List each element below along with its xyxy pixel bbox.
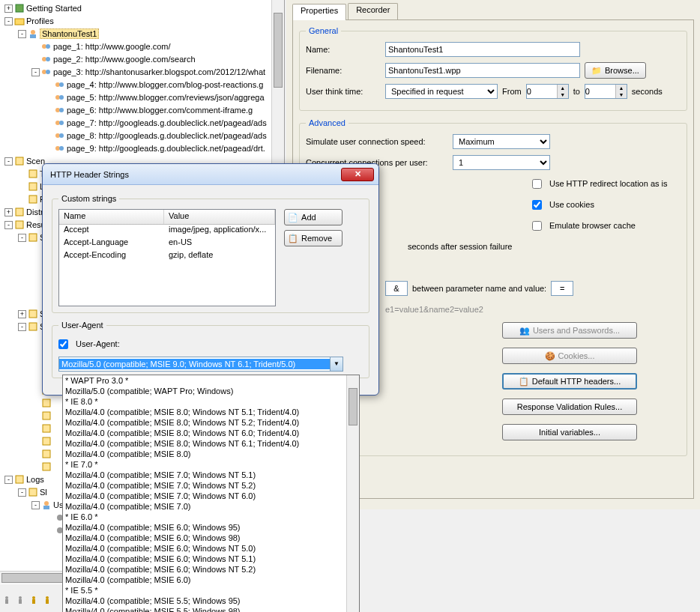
remove-icon: 📋 xyxy=(288,234,298,243)
svg-rect-47 xyxy=(16,476,23,483)
tree-item[interactable]: page_7: http://googleads.g.doubleclick.n… xyxy=(1,116,284,129)
dropdown-option[interactable]: Mozilla/4.0 (compatible; MSIE 8.0; Windo… xyxy=(63,428,359,438)
filename-input[interactable] xyxy=(385,63,580,78)
dropdown-option[interactable]: Mozilla/4.0 (compatible; MSIE 8.0; Windo… xyxy=(63,407,359,417)
close-button[interactable]: ✕ xyxy=(341,168,374,181)
figure-icon xyxy=(42,595,52,605)
from-spinner[interactable]: ▲▼ xyxy=(526,84,569,99)
tree-item[interactable]: +Getting Started xyxy=(1,1,284,14)
expand-icon[interactable]: - xyxy=(18,323,26,331)
dropdown-option[interactable]: Mozilla/4.0 (compatible; MSIE 7.0; Windo… xyxy=(63,480,359,491)
expand-icon[interactable]: - xyxy=(4,476,13,484)
dropdown-option[interactable]: * IE 5.5 * xyxy=(63,585,359,596)
dropdown-option[interactable]: * IE 6.0 * xyxy=(63,512,359,522)
tree-item[interactable]: -Profiles xyxy=(1,14,284,27)
user-agent-checkbox[interactable] xyxy=(58,339,68,349)
table-row[interactable]: Accept-Languageen-US xyxy=(59,237,275,250)
tab-recorder[interactable]: Recorder xyxy=(348,3,398,19)
dropdown-option[interactable]: Mozilla/4.0 (compatible; MSIE 8.0; Windo… xyxy=(63,438,359,449)
tree-item[interactable]: page_8: http://googleads.g.doubleclick.n… xyxy=(1,129,284,142)
col-value[interactable]: Value xyxy=(164,210,275,224)
browse-button[interactable]: 📁Browse... xyxy=(585,62,646,79)
nameval-sep-input[interactable] xyxy=(551,281,573,296)
users-passwords-button[interactable]: 👥Users and Passwords... xyxy=(502,322,637,339)
dropdown-option[interactable]: Mozilla/4.0 (compatible; MSIE 6.0; Windo… xyxy=(63,543,359,554)
expand-icon[interactable]: - xyxy=(31,501,40,509)
expand-icon[interactable]: - xyxy=(18,488,26,497)
dropdown-option[interactable]: Mozilla/5.0 (compatible; WAPT Pro; Windo… xyxy=(63,386,359,396)
tree-item[interactable]: page_4: http://www.blogger.com/blog-post… xyxy=(1,78,284,91)
expand-icon[interactable]: - xyxy=(4,17,13,25)
tab-properties[interactable]: Properties xyxy=(292,4,346,20)
initial-variables-button[interactable]: Initial variables... xyxy=(502,424,637,440)
dropdown-option[interactable]: Mozilla/4.0 (compatible; MSIE 8.0; Windo… xyxy=(63,417,359,428)
speed-select[interactable]: Maximum xyxy=(453,134,550,149)
dropdown-option[interactable]: Mozilla/4.0 (compatible; MSIE 6.0) xyxy=(63,575,359,585)
param-sep-input[interactable] xyxy=(385,281,408,296)
tree-item[interactable]: page_1: http://www.google.com/ xyxy=(1,40,284,52)
tree-item[interactable]: -ShantonuTest1 xyxy=(1,27,284,40)
tree-item[interactable]: page_5: http://www.blogger.com/reviews/j… xyxy=(1,91,284,103)
tree-item[interactable]: page_6: http://www.blogger.com/comment-i… xyxy=(1,103,284,116)
table-row[interactable]: Acceptimage/jpeg, application/x... xyxy=(59,225,275,237)
add-button[interactable]: 📄Add xyxy=(284,209,343,225)
add-icon: 📄 xyxy=(288,213,298,222)
to-spinner[interactable]: ▲▼ xyxy=(585,84,627,99)
box-icon xyxy=(14,156,25,166)
dropdown-option[interactable]: * WAPT Pro 3.0 * xyxy=(63,375,359,386)
expand-icon[interactable]: - xyxy=(4,157,13,166)
dropdown-option[interactable]: Mozilla/4.0 (compatible; MSIE 7.0; Windo… xyxy=(63,491,359,501)
svg-point-5 xyxy=(46,44,50,49)
expand-icon[interactable]: - xyxy=(18,234,26,242)
cookies-button[interactable]: 🍪Cookies... xyxy=(502,348,637,364)
default-headers-button[interactable]: 📋Default HTTP headers... xyxy=(502,373,637,390)
folder-icon: 📁 xyxy=(591,66,602,76)
svg-point-17 xyxy=(59,121,64,125)
dropdown-option[interactable]: Mozilla/4.0 (compatible; MSIE 6.0; Windo… xyxy=(63,533,359,543)
custom-strings-legend: Custom strings xyxy=(58,194,119,203)
dropdown-option[interactable]: Mozilla/4.0 (compatible; MSIE 7.0; Windo… xyxy=(63,470,359,480)
user-agent-dropdown[interactable]: * WAPT Pro 3.0 *Mozilla/5.0 (compatible;… xyxy=(62,375,360,612)
svg-rect-23 xyxy=(29,170,37,178)
validation-rules-button[interactable]: Response Validation Rules... xyxy=(502,399,637,415)
conn-select[interactable]: 1 xyxy=(453,155,550,170)
thinktime-select[interactable]: Specified in request xyxy=(385,84,498,99)
expand-icon[interactable]: + xyxy=(18,310,26,318)
dialog-titlebar[interactable]: HTTP Header Strings ✕ xyxy=(43,164,378,185)
dropdown-option[interactable]: Mozilla/4.0 (compatible; MSIE 7.0) xyxy=(63,501,359,512)
expand-icon[interactable]: - xyxy=(18,30,26,38)
dropdown-option[interactable]: * IE 7.0 * xyxy=(63,459,359,470)
expand-icon[interactable]: + xyxy=(4,208,13,216)
dropdown-option[interactable]: Mozilla/4.0 (compatible; MSIE 6.0; Windo… xyxy=(63,522,359,533)
expand-icon[interactable]: - xyxy=(4,221,13,229)
user-agent-combo[interactable]: Mozilla/5.0 (compatible; MSIE 9.0; Windo… xyxy=(58,357,343,372)
dropdown-option[interactable]: Mozilla/4.0 (compatible; MSIE 6.0; Windo… xyxy=(63,554,359,564)
emulate-checkbox[interactable] xyxy=(532,221,542,231)
table-row[interactable]: Accept-Encodinggzip, deflate xyxy=(59,250,275,263)
cookies-checkbox[interactable] xyxy=(532,200,542,210)
name-input[interactable] xyxy=(385,42,580,57)
expand-icon[interactable]: - xyxy=(31,68,40,76)
svg-rect-28 xyxy=(29,234,37,241)
tree-label: Sl xyxy=(40,488,47,497)
dropdown-option[interactable]: * IE 8.0 * xyxy=(63,396,359,407)
after-failure-label: seconds after session failure xyxy=(408,242,512,251)
redirect-checkbox[interactable] xyxy=(532,179,542,189)
headers-table[interactable]: Name Value Acceptimage/jpeg, application… xyxy=(58,209,276,306)
expand-icon[interactable]: + xyxy=(4,4,13,13)
tree-item[interactable]: page_2: http://www.google.com/search xyxy=(1,52,284,65)
remove-button[interactable]: 📋Remove xyxy=(284,230,343,246)
tree-item[interactable]: -page_3: http://shantonusarker.blogspot.… xyxy=(1,65,284,78)
dropdown-option[interactable]: Mozilla/4.0 (compatible; MSIE 5.5; Windo… xyxy=(63,606,359,612)
http-header-dialog: HTTP Header Strings ✕ Custom strings Nam… xyxy=(42,163,379,396)
cookies-label: Use cookies xyxy=(549,200,594,209)
box-icon xyxy=(28,321,38,332)
dropdown-option[interactable]: Mozilla/4.0 (compatible; MSIE 5.5; Windo… xyxy=(63,596,359,606)
dropdown-option[interactable]: Mozilla/4.0 (compatible; MSIE 8.0) xyxy=(63,449,359,459)
user-agent-group: User-Agent User-Agent: Mozilla/5.0 (comp… xyxy=(52,321,369,378)
tree-item[interactable]: page_9: http://googleads.g.doubleclick.n… xyxy=(1,142,284,154)
chevron-down-icon[interactable]: ▼ xyxy=(330,357,343,371)
col-name[interactable]: Name xyxy=(59,210,164,224)
dropdown-scrollbar[interactable] xyxy=(346,375,359,612)
dropdown-option[interactable]: Mozilla/4.0 (compatible; MSIE 6.0; Windo… xyxy=(63,564,359,575)
